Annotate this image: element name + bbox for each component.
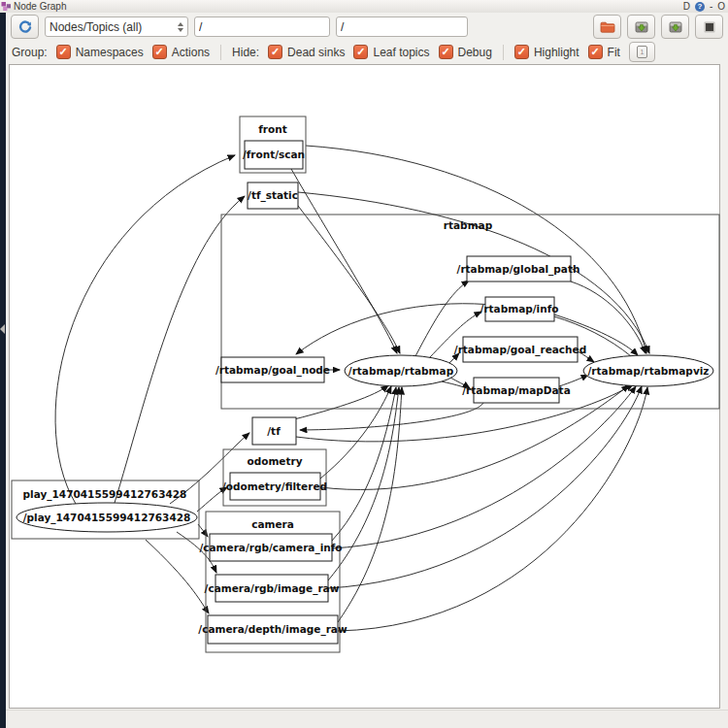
edge-odometry-to-rtabmap [320,386,391,479]
node-rtabmapviz-label: /rtabmap/rtabmapviz [588,365,710,377]
edge-camera-info-to-rtabmap [332,387,396,541]
edge-front-scan-to-rtabmapviz [306,146,646,353]
cluster-rtabmap-label: rtabmap [444,219,493,231]
topic-camera-info-label: /camera/rgb/camera_info [199,542,342,554]
node-play-label: /play_1470415599412763428 [23,512,191,524]
topic-goal-reached-label: /rtabmap/goal_reached [454,344,586,356]
topic-mapdata-label: /rtabmap/mapData [462,384,570,396]
status-bar [6,710,728,728]
cluster-camera-label: camera [251,518,294,530]
topic-info-label: /rtabmap/info [480,303,559,314]
cluster-front-label: front [258,123,286,135]
topic-tf-label: /tf [267,425,281,437]
cluster-play-label: play_1470415599412763428 [23,488,187,501]
node-rtabmap-label: /rtabmap/rtabmap [348,365,454,377]
topic-rgb-image-label: /camera/rgb/image_raw [205,582,340,595]
topic-goal-node-label: /rtabmap/goal_node [215,364,330,377]
edge-tf-static-to-rtabmap [298,206,400,353]
topic-odometry-filtered-label: /odometry/filtered [222,480,327,492]
edge-front-scan-to-rtabmap [291,169,397,353]
topic-tf-static-label: /tf_static [248,189,298,202]
edge-tf-to-rtabmap [294,385,388,419]
node-graph: front rtabmap odometry play_147041559941… [0,0,728,728]
edge-global-path-to-rtabmapviz [571,281,645,353]
topic-global-path-label: /rtabmap/global_path [457,263,580,276]
topic-front-scan-label: /front/scan [243,149,305,160]
edge-depth-image-to-rtabmapviz [338,387,647,631]
topic-depth-image-label: /camera/depth/image_raw [198,623,347,636]
edge-play-to-front-scan [55,155,235,504]
cluster-odometry-label: odometry [247,455,302,467]
edge-play-to-tf-static [115,196,245,503]
